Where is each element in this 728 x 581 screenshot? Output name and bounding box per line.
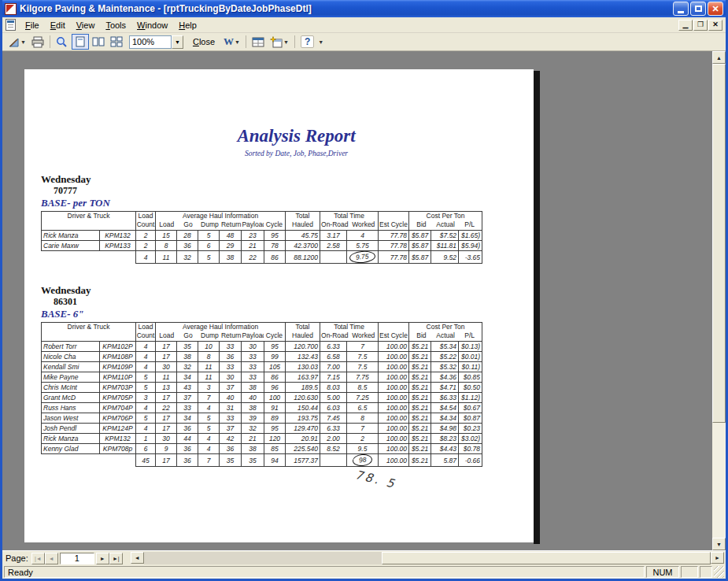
column-group-header: Cost Per TonBidActualP/L xyxy=(409,323,482,342)
cell: 189.5 xyxy=(286,383,320,393)
officelinks-word-button[interactable]: W ▼ xyxy=(221,34,242,50)
close-preview-button[interactable]: Close xyxy=(187,34,220,50)
cell: 77.78 xyxy=(379,231,409,241)
cell: Chris McInt xyxy=(42,383,100,393)
resize-grip[interactable] xyxy=(714,566,724,578)
cell: 150.44 xyxy=(286,403,320,413)
menu-view[interactable]: View xyxy=(71,19,101,31)
cell: $4.34 xyxy=(431,413,459,424)
cell: 6.58 xyxy=(320,352,347,362)
cell: 30 xyxy=(156,362,177,372)
chevron-down-icon: ▼ xyxy=(283,39,289,45)
cell: 7.45 xyxy=(320,413,347,424)
cell: 36 xyxy=(177,241,198,251)
child-minimize-button[interactable]: ▁ xyxy=(678,20,693,31)
cell: 38 xyxy=(177,352,198,362)
vertical-scrollbar[interactable]: ▲ ▼ xyxy=(712,51,726,550)
cell: 6.5 xyxy=(347,403,379,413)
new-object-button[interactable]: ▼ xyxy=(268,34,291,50)
last-page-icon: ►| xyxy=(113,556,120,561)
cell: 4 xyxy=(136,403,156,413)
column-group-header: Average Haul InformationLoadGoDumpReturn… xyxy=(156,212,286,231)
menu-tools[interactable]: Tools xyxy=(100,19,131,31)
zoom-level-combo[interactable]: 100% ▼ xyxy=(129,35,183,49)
cell: 5.00 xyxy=(320,393,347,403)
cell: KPM102P xyxy=(100,342,136,352)
cell: 1577.37 xyxy=(286,454,320,467)
cell: 7 xyxy=(347,424,379,434)
menu-file[interactable]: File xyxy=(20,19,45,31)
scroll-down-button[interactable]: ▼ xyxy=(712,538,726,550)
totals-row: 45173673535941577.3798100.00$5.215.87-0.… xyxy=(42,454,482,467)
column-group-header: Driver & Truck xyxy=(42,212,136,231)
analysis-table-1: Driver & TruckLoadCountAverage Haul Info… xyxy=(41,211,482,264)
help-button[interactable]: ? xyxy=(298,34,316,50)
horizontal-scrollbar[interactable]: ◄ ► xyxy=(131,552,724,564)
cell: 4 xyxy=(136,362,156,372)
toolbar-options-icon[interactable]: ▼ xyxy=(318,39,323,45)
two-pages-button[interactable] xyxy=(90,34,107,50)
maximize-button[interactable] xyxy=(690,2,706,16)
printer-icon xyxy=(31,36,44,48)
cell: $4.36 xyxy=(431,372,459,383)
table-row: Nicole ChaKPM108P417388363399132.436.587… xyxy=(42,352,482,362)
close-button[interactable]: ✕ xyxy=(708,2,723,16)
page-nav-label: Page: xyxy=(6,553,28,563)
cell: $8.23 xyxy=(431,434,459,444)
cell: 132.43 xyxy=(286,352,320,362)
cell: 7.5 xyxy=(347,352,379,362)
design-view-button[interactable]: ▼ xyxy=(6,34,28,50)
next-page-button[interactable]: ► xyxy=(96,553,109,564)
cell: 33 xyxy=(220,413,242,424)
scroll-right-button[interactable]: ► xyxy=(711,552,724,564)
cell: 7.15 xyxy=(320,372,347,383)
zoom-tool-button[interactable] xyxy=(54,34,71,50)
cell: 95 xyxy=(264,342,286,352)
cell: 21 xyxy=(242,241,264,251)
current-page-input[interactable]: 1 xyxy=(60,553,94,564)
cell: 35 xyxy=(220,454,242,467)
cell: 40 xyxy=(242,393,264,403)
report-page[interactable]: Analysis Report Sorted by Date, Job, Pha… xyxy=(24,69,534,542)
cell: 35 xyxy=(242,454,264,467)
cell: KPM124P xyxy=(100,424,136,434)
arrow-left-icon: ◄ xyxy=(135,555,140,561)
child-close-button[interactable]: ✕ xyxy=(708,20,722,31)
cell: Rick Manza xyxy=(42,231,100,241)
cell: 38 xyxy=(242,383,264,393)
status-panel xyxy=(681,566,698,578)
scroll-left-button[interactable]: ◄ xyxy=(131,552,144,564)
scroll-up-button[interactable]: ▲ xyxy=(712,51,726,64)
cell: $5.21 xyxy=(409,362,431,372)
arrow-right-icon: ► xyxy=(715,555,720,561)
zoom-level-value[interactable]: 100% xyxy=(129,35,172,49)
cell: $0.11) xyxy=(459,362,482,372)
multiple-pages-button[interactable] xyxy=(108,34,125,50)
one-page-button[interactable] xyxy=(72,34,89,50)
first-page-button[interactable]: |◄ xyxy=(31,553,45,564)
menu-edit[interactable]: Edit xyxy=(45,19,71,31)
cell: KPM109P xyxy=(100,362,136,372)
database-window-button[interactable] xyxy=(249,34,267,50)
horizontal-scrollbar-thumb[interactable] xyxy=(382,552,711,564)
vertical-scrollbar-thumb[interactable] xyxy=(712,64,726,423)
minimize-button[interactable] xyxy=(673,2,689,16)
horizontal-scrollbar-track[interactable] xyxy=(144,552,711,564)
cell: 37 xyxy=(220,424,242,434)
cell: $4.71 xyxy=(431,383,459,393)
cell: 100 xyxy=(264,393,286,403)
cell: 17 xyxy=(156,342,177,352)
cell: 5 xyxy=(136,372,156,383)
report-icon[interactable] xyxy=(6,19,16,31)
app-icon[interactable] xyxy=(5,3,17,15)
cell: $6.33 xyxy=(431,393,459,403)
menu-window[interactable]: Window xyxy=(131,19,173,31)
cell: 9 xyxy=(156,444,177,454)
previous-page-button[interactable]: ◄ xyxy=(45,553,58,564)
cell: Robert Torr xyxy=(42,342,100,352)
print-button[interactable] xyxy=(29,34,46,50)
zoom-combo-arrow[interactable]: ▼ xyxy=(172,35,183,49)
child-restore-button[interactable]: ❐ xyxy=(693,20,708,31)
last-page-button[interactable]: ►| xyxy=(109,553,123,564)
menu-help[interactable]: Help xyxy=(173,19,202,31)
